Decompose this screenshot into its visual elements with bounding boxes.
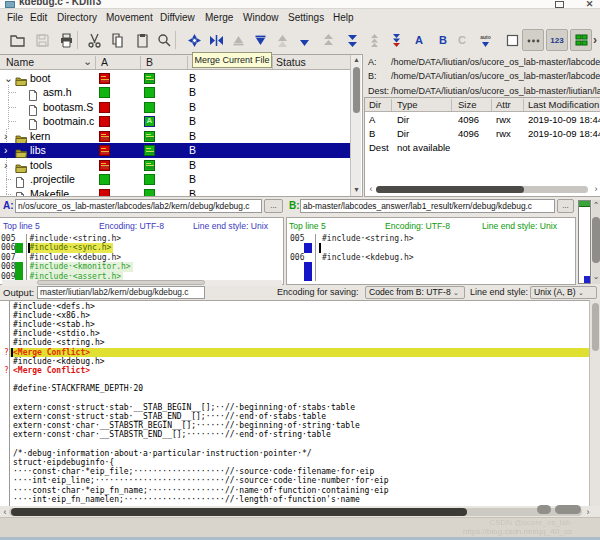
pane-a-path-input[interactable]: n/os/ucore_os_lab-master/labcodes/lab2/k… [15,199,262,213]
scroll-down-icon[interactable]: ⌄ [592,272,600,281]
scrollbar-thumb[interactable] [353,67,360,113]
find-button[interactable] [153,29,175,51]
info-row-b[interactable]: BDir4096rwx2019-10-09 18:44 [365,127,600,141]
watermark-line1: CSDN @ucore_os_lab [470,518,590,527]
col-header-a[interactable]: A [101,56,108,68]
scrollbar-thumb[interactable] [592,303,599,351]
scroll-up-icon[interactable]: ⌃ [592,201,600,210]
info-col-dir[interactable]: Dir [369,99,381,110]
copy-button[interactable] [106,29,128,51]
open-folder-button[interactable] [6,29,28,51]
line-end-combo[interactable]: Unix (A, B) ⌄ [530,286,597,299]
go-prev-unsolved-button[interactable] [363,29,385,51]
info-col-last-modification[interactable]: Last Modification [528,99,599,110]
menu-file[interactable]: File [7,12,23,23]
go-next-conflict-button[interactable] [341,29,363,51]
maximize-button[interactable] [555,1,564,8]
go-last-delta-button[interactable] [249,29,271,51]
scroll-right-icon[interactable]: › [584,507,592,517]
chevron-down-icon[interactable]: ⌄ [83,55,92,68]
menu-settings[interactable]: Settings [288,12,324,23]
menu-edit[interactable]: Edit [30,12,47,23]
save-button[interactable] [31,29,53,51]
paste-button[interactable] [131,29,153,51]
col-header-status[interactable]: Status [276,56,306,68]
show-line-numbers-button[interactable]: 123 [546,29,568,51]
col-header-name[interactable]: Name [6,56,34,68]
diff-indicator-blue [304,262,312,281]
pane-b-topline: Top line 5 [289,221,326,231]
scrollbar-thumb[interactable] [11,508,467,516]
scrollbar-thumb[interactable] [592,217,600,263]
scroll-left-icon[interactable]: ‹ [1,507,9,517]
info-path-value: /home/DATA/liutian/os/ucore_os_lab-maste… [391,57,600,67]
pane-b-path-input[interactable]: ab-master/labcodes_answer/lab1_result/ke… [300,199,555,213]
diff-overview-column[interactable] [578,200,591,284]
select-c-button[interactable]: C [451,29,473,51]
collapse-icon[interactable]: ⌄ [4,72,13,84]
info-row-dest[interactable]: Destnot available [365,141,600,155]
tree-row-makefile[interactable]: MakefileB [0,187,350,196]
toolbar-overflow-arrow[interactable]: › [593,33,597,47]
print-button[interactable] [55,29,77,51]
select-a-button[interactable]: A [408,29,430,51]
tree-row-libs[interactable]: ›libsB [0,143,350,158]
pane-b-browse-button[interactable]: ... [557,199,574,213]
diff-red-folder-icon [99,145,110,156]
menu-window[interactable]: Window [243,12,279,23]
info-row-a[interactable]: ADir4096rwx2019-10-09 18:44 [365,113,600,127]
menu-movement[interactable]: Movement [106,12,153,23]
tree-row-bootmain.c[interactable]: bootmain.cAB [0,114,350,129]
col-header-b[interactable]: B [146,56,153,68]
scrollbar-thumb[interactable] [376,186,524,193]
scroll-up-icon[interactable]: ▲ [351,56,362,63]
cut-button[interactable] [83,29,105,51]
tree-row-kern[interactable]: ›kernB [0,129,350,144]
merge-vertical-scrollbar[interactable] [589,300,600,506]
scroll-right-icon[interactable]: › [592,184,600,194]
menu-diffview[interactable]: Diffview [160,12,195,23]
go-first-delta-button[interactable] [227,29,249,51]
menu-help[interactable]: Help [333,12,354,23]
expand-icon[interactable]: › [4,130,8,142]
merge-output-editor[interactable]: #include·<defs.h>#include·<x86.h>#includ… [0,300,589,506]
tree-row-bootasm.s[interactable]: bootasm.SB [0,100,350,115]
info-col-attr[interactable]: Attr [496,99,511,110]
go-prev-delta-button[interactable] [271,29,293,51]
show-whitespace-chars-button[interactable] [522,29,544,51]
expand-icon[interactable]: › [4,159,8,171]
tree-row-projectile[interactable]: .projectileB [0,172,350,187]
info-horizontal-scrollbar[interactable]: ‹ › [367,184,599,195]
print-icon [59,33,74,48]
info-cell: Dest [369,142,389,153]
scroll-left-icon[interactable]: ‹ [367,184,375,194]
output-path-input[interactable]: master/liutian/lab2/kern/debug/kdebug.c [37,286,205,299]
diff-vertical-scrollbar[interactable]: ⌃ ⌄ [592,200,600,284]
close-button[interactable]: ✕ [585,1,594,8]
tree-vertical-scrollbar[interactable]: ▲ ▼ [350,55,361,196]
menu-merge[interactable]: Merge [205,12,233,23]
go-current-delta-button[interactable] [183,29,205,51]
merge-current-file-button[interactable] [205,29,227,51]
info-col-type[interactable]: Type [397,99,418,110]
info-col-size[interactable]: Size [458,99,476,110]
show-whitespace-button[interactable] [501,29,523,51]
menu-directory[interactable]: Directory [57,12,97,23]
go-prev-conflict-button[interactable] [317,29,339,51]
tree-row-boot[interactable]: ⌄bootB [0,71,350,86]
tree-row-tools[interactable]: ›toolsB [0,158,350,173]
chevron-down-icon: ⌄ [578,289,584,296]
merge-code-line [0,440,589,449]
tree-branch-line [9,92,16,93]
pane-a-browse-button[interactable]: ... [264,199,283,213]
auto-advance-button[interactable]: auto [474,29,496,51]
encoding-combo[interactable]: Codec from B: UTF-8 ⌄ [365,286,465,299]
split-view-button[interactable] [570,29,592,51]
scroll-down-icon[interactable]: ▼ [351,186,362,193]
tree-row-asm.h[interactable]: asm.hB [0,85,350,100]
overview-diff-blue [584,276,590,283]
go-next-delta-button[interactable] [293,29,315,51]
merge-code-line: ····const·char·*eip_fn_name;············… [0,486,589,495]
expand-icon[interactable]: › [4,144,8,156]
go-next-unsolved-button[interactable] [385,29,407,51]
